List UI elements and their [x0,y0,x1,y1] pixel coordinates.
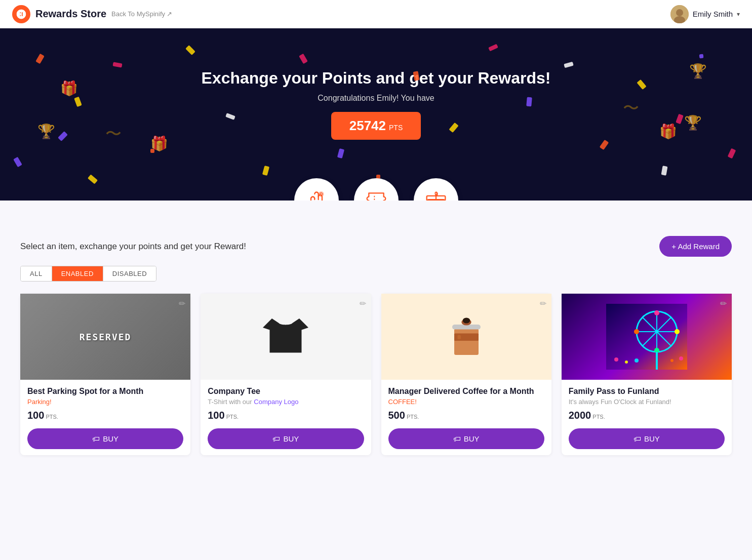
product-category-coffee: COFFEE! [388,398,544,406]
svg-point-3 [320,193,322,195]
product-grid: ✏ RESERVED Best Parking Spot for a Month… [20,294,732,455]
product-name-funland: Family Pass to Funland [569,387,725,396]
app-title: Rewards Store [35,8,106,20]
section-header: Select an item, exchange your points and… [20,236,732,257]
swirl-decoration: 〜 [105,123,122,145]
edit-icon-parking[interactable]: ✏ [179,299,185,308]
svg-point-24 [634,329,639,334]
chevron-down-icon: ▾ [737,11,740,18]
filter-all[interactable]: ALL [21,266,52,281]
user-menu[interactable]: Emily Smith ▾ [670,5,740,23]
gift-decoration-icon: 🎁 [150,135,168,152]
product-name-tshirt: Company Tee [208,387,364,396]
product-image-parking: RESERVED [20,294,190,380]
ticket-category-icon[interactable] [354,178,399,201]
edit-icon-tshirt[interactable]: ✏ [360,299,366,308]
product-card-funland: ✏ [562,294,732,455]
product-card-tshirt: ✏ Company Tee T-Shirt with our Company L… [201,294,371,455]
hero-title: Exchange your Points and get your Reward… [202,69,551,88]
product-name-coffee: Manager Delivered Coffee for a Month [388,387,544,396]
product-image-coffee [381,294,551,380]
filter-enabled[interactable]: ENABLED [52,266,103,281]
product-desc-tshirt: T-Shirt with our Company Logo [208,398,364,406]
product-category-parking: Parking! [27,398,183,406]
svg-point-28 [635,358,639,363]
pts-label: PTS [389,124,403,132]
card-body-funland: Family Pass to Funland It's always Fun O… [562,380,732,455]
card-body-parking: Best Parking Spot for a Month Parking! 1… [20,380,190,455]
filter-tabs: ALL ENABLED DISABLED [20,266,156,282]
header-left: Rewards Store Back To MySpinify ↗ [12,5,172,23]
trophy-icon: 🏆 [689,63,707,79]
filter-disabled[interactable]: DISABLED [103,266,156,281]
gift-decoration-icon: 🎁 [60,80,78,97]
avatar [670,5,689,23]
svg-point-29 [670,359,674,362]
trophy-icon: 🏆 [37,123,55,140]
buy-button-coffee[interactable]: 🏷 BUY [388,428,544,449]
card-body-tshirt: Company Tee T-Shirt with our Company Log… [201,380,371,455]
svg-point-12 [462,317,469,323]
product-image-funland [562,294,732,380]
product-card-parking: ✏ RESERVED Best Parking Spot for a Month… [20,294,190,455]
hero-banner: 🏆 🏆 🏆 🎁 🎁 🎁 〜 〜 Exchange your Points and… [0,28,752,201]
hero-subtitle: Congratulations Emily! You have [318,94,434,103]
section-description: Select an item, exchange your points and… [20,242,246,252]
svg-point-1 [676,9,683,16]
buy-button-tshirt[interactable]: 🏷 BUY [208,428,364,449]
svg-point-30 [679,356,683,361]
card-body-coffee: Manager Delivered Coffee for a Month COF… [381,380,551,455]
hand-category-icon[interactable] [294,178,339,201]
add-reward-button[interactable]: + Add Reward [659,236,732,257]
product-points-funland: 2000 PTS. [569,410,725,421]
points-badge: 25742 PTS [331,112,421,140]
header: Rewards Store Back To MySpinify ↗ Emily … [0,0,752,28]
logo-icon [12,5,30,23]
edit-icon-coffee[interactable]: ✏ [540,299,546,308]
category-icons [294,178,458,201]
buy-button-funland[interactable]: 🏷 BUY [569,428,725,449]
buy-button-parking[interactable]: 🏷 BUY [27,428,183,449]
gift-decoration-icon: 🎁 [659,123,677,140]
product-card-coffee: ✏ [381,294,551,455]
back-link[interactable]: Back To MySpinify ↗ [111,10,172,18]
product-points-parking: 100 PTS. [27,410,183,421]
points-value: 25742 [349,118,386,134]
svg-point-21 [654,310,659,315]
product-name-parking: Best Parking Spot for a Month [27,387,183,396]
trophy-icon: 🏆 [684,114,702,131]
product-desc-funland: It's always Fun O'Clock at Funland! [569,398,725,406]
svg-point-22 [675,329,680,334]
user-name: Emily Smith [693,10,733,18]
main-content: Select an item, exchange your points and… [0,201,752,475]
svg-rect-13 [457,335,460,339]
svg-point-26 [614,357,618,362]
edit-icon-funland[interactable]: ✏ [720,299,727,308]
gift-category-icon[interactable] [414,178,458,201]
product-image-tshirt [201,294,371,380]
svg-rect-8 [454,329,479,355]
swirl-decoration: 〜 [623,97,639,119]
svg-point-27 [625,361,628,364]
product-points-tshirt: 100 PTS. [208,410,364,421]
product-points-coffee: 500 PTS. [388,410,544,421]
